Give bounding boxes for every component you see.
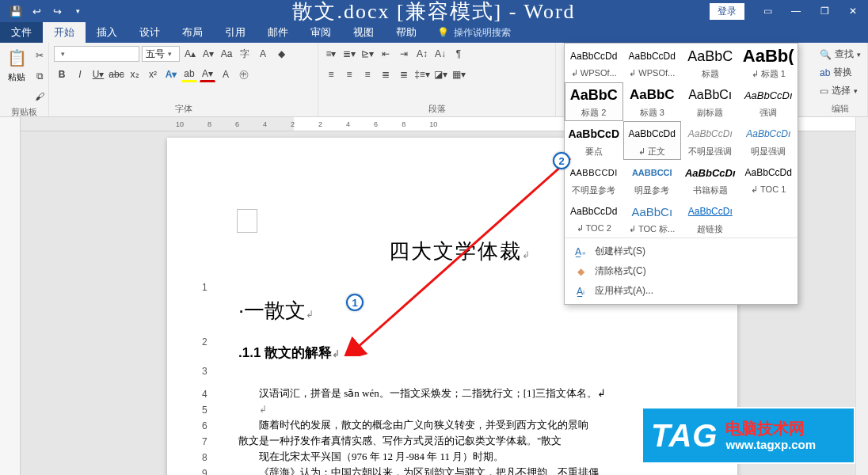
clear-format-icon[interactable]: ◆: [273, 46, 289, 62]
enclose-char-icon[interactable]: ㊥: [236, 66, 252, 82]
ribbon-options-icon[interactable]: ▭: [754, 2, 781, 21]
select-button[interactable]: ▭选择▾: [818, 82, 859, 99]
apply-style-item[interactable]: A̲ᵢ应用样式(A)...: [565, 281, 798, 301]
style-list-para[interactable]: AaBbCcD要点: [565, 121, 623, 160]
ribbon: 📋 粘贴 ✂ ⧉ 🖌 剪贴板 ▾ 五号▾ A▴ A▾ Aa 字 A ◆: [0, 43, 868, 117]
tell-me-search[interactable]: 💡 操作说明搜索: [428, 22, 520, 43]
font-size-combo[interactable]: 五号▾: [142, 46, 180, 62]
find-button[interactable]: 🔍查找▾: [818, 46, 862, 63]
superscript-button[interactable]: x²: [145, 66, 161, 82]
style-toc-1[interactable]: AaBbCcDd↲ TOC 1: [740, 160, 798, 199]
ribbon-tabs: 文件 开始 插入 设计 布局 引用 邮件 审阅 视图 帮助 💡 操作说明搜索: [0, 22, 868, 43]
justify-icon[interactable]: ≣: [378, 66, 394, 82]
redo-icon[interactable]: ↪: [48, 2, 67, 21]
align-center-icon[interactable]: ≡: [341, 66, 357, 82]
strikethrough-button[interactable]: abc: [108, 66, 124, 82]
minimize-icon[interactable]: —: [782, 2, 809, 21]
tab-mailings[interactable]: 邮件: [257, 22, 299, 43]
clear-format-label: 清除格式(C): [595, 264, 646, 278]
paragraph: 汉语词汇，拼音是 sǎn wén。一指文采焕发；二指犹行文；[1]三指文体名。↲: [238, 386, 682, 401]
save-icon[interactable]: 💾: [6, 2, 25, 21]
tab-file[interactable]: 文件: [0, 22, 43, 43]
bold-button[interactable]: B: [54, 66, 70, 82]
paste-button[interactable]: 粘贴: [8, 71, 25, 83]
style-subtle-emphasis[interactable]: AaBbCcDı不明显强调: [681, 121, 740, 160]
font-color-icon[interactable]: A▾: [200, 66, 215, 82]
distributed-icon[interactable]: ≣: [396, 66, 412, 82]
tab-design[interactable]: 设计: [128, 22, 171, 43]
style-intense-emphasis[interactable]: AaBbCcDı明显强调: [740, 121, 798, 160]
style-emphasis[interactable]: AaBbCcDı强调: [740, 82, 798, 121]
format-painter-icon[interactable]: 🖌: [32, 89, 48, 104]
change-case-icon[interactable]: Aa: [219, 46, 234, 62]
style-wpsof-2[interactable]: AaBbCcDd↲ WPSOf...: [623, 44, 682, 82]
style-heading-2[interactable]: AaBbC标题 2: [565, 82, 623, 121]
char-border-icon[interactable]: A: [255, 46, 271, 62]
heading-2: .1.1 散文的解释↲: [238, 344, 682, 362]
cut-icon[interactable]: ✂: [32, 48, 48, 63]
align-right-icon[interactable]: ≡: [360, 66, 375, 82]
quick-access-toolbar: 💾 ↩ ↪ ▾: [0, 2, 87, 21]
copy-icon[interactable]: ⧉: [32, 68, 48, 84]
qat-customize-icon[interactable]: ▾: [68, 2, 87, 21]
editing-label: 编辑: [818, 101, 862, 115]
restore-icon[interactable]: ❐: [811, 2, 838, 21]
highlight-icon[interactable]: ab: [181, 66, 197, 82]
vertical-scrollbar[interactable]: [855, 117, 868, 475]
create-style-item[interactable]: A̲₊创建样式(S): [565, 241, 798, 261]
tab-insert[interactable]: 插入: [86, 22, 128, 43]
style-heading-3[interactable]: AaBbC标题 3: [623, 82, 682, 121]
tab-review[interactable]: 审阅: [299, 22, 342, 43]
undo-icon[interactable]: ↩: [27, 2, 46, 21]
align-left-icon[interactable]: ≡: [323, 66, 339, 82]
styles-menu: A̲₊创建样式(S) ◆清除格式(C) A̲ᵢ应用样式(A)...: [565, 238, 798, 304]
tab-help[interactable]: 帮助: [385, 22, 428, 43]
shrink-font-icon[interactable]: A▾: [200, 46, 216, 62]
decrease-indent-icon[interactable]: ⇤: [378, 46, 394, 62]
style-subtle-reference[interactable]: AABBCCDI不明显参考: [565, 160, 623, 199]
font-name-combo[interactable]: ▾: [54, 46, 139, 62]
line-number: 7: [202, 436, 207, 447]
lightbulb-icon: 💡: [437, 27, 449, 38]
style-toc-2[interactable]: AaBbCcDd↲ TOC 2: [565, 199, 623, 238]
multilevel-list-icon[interactable]: ⊵▾: [360, 46, 375, 62]
style-subtitle[interactable]: AaBbCı副标题: [681, 82, 740, 121]
grow-font-icon[interactable]: A▴: [182, 46, 198, 62]
style-title[interactable]: AaBbC标题: [681, 44, 740, 82]
increase-indent-icon[interactable]: ⇥: [396, 46, 412, 62]
close-icon[interactable]: ✕: [839, 2, 866, 21]
phonetic-guide-icon[interactable]: 字: [237, 46, 253, 62]
char-shading-icon[interactable]: A: [218, 66, 234, 82]
borders-icon[interactable]: ▦▾: [451, 66, 466, 82]
paste-icon[interactable]: 📋: [5, 46, 29, 70]
login-button[interactable]: 登录: [710, 3, 744, 20]
eraser-icon: ◆: [574, 266, 587, 277]
asian-layout-icon[interactable]: A↕: [414, 46, 430, 62]
style-book-title[interactable]: AaBbCcDı书籍标题: [681, 160, 740, 199]
subscript-button[interactable]: x₂: [127, 66, 143, 82]
bullets-icon[interactable]: ≡▾: [323, 46, 339, 62]
tab-references[interactable]: 引用: [214, 22, 257, 43]
tell-me-label: 操作说明搜索: [454, 26, 511, 40]
style-normal[interactable]: AaBbCcDd↲ 正文: [623, 121, 682, 160]
underline-button[interactable]: U▾: [90, 66, 106, 82]
replace-button[interactable]: ab替换: [818, 64, 854, 81]
style-toc-heading[interactable]: AaBbCı↲ TOC 标...: [623, 199, 682, 238]
style-heading-1[interactable]: AaBb(↲ 标题 1: [740, 44, 798, 82]
numbering-icon[interactable]: ≣▾: [341, 46, 357, 62]
sort-icon[interactable]: A↓: [432, 46, 448, 62]
line-spacing-icon[interactable]: ‡≡▾: [414, 66, 430, 82]
text-effects-icon[interactable]: A▾: [163, 66, 179, 82]
tab-view[interactable]: 视图: [342, 22, 385, 43]
style-hyperlink[interactable]: AaBbCcDı超链接: [681, 199, 740, 238]
style-intense-reference[interactable]: AABBCCI明显参考: [623, 160, 682, 199]
shading-icon[interactable]: ◪▾: [432, 66, 448, 82]
clear-format-item[interactable]: ◆清除格式(C): [565, 261, 798, 281]
font-label: 字体: [54, 101, 313, 115]
show-marks-icon[interactable]: ¶: [451, 46, 466, 62]
style-wpsof-1[interactable]: AaBbCcDd↲ WPSOf...: [565, 44, 623, 82]
group-font: ▾ 五号▾ A▴ A▾ Aa 字 A ◆ B I U▾ abc x₂ x² A▾…: [49, 43, 318, 116]
italic-button[interactable]: I: [72, 66, 88, 82]
tab-layout[interactable]: 布局: [171, 22, 214, 43]
tab-home[interactable]: 开始: [43, 22, 86, 43]
